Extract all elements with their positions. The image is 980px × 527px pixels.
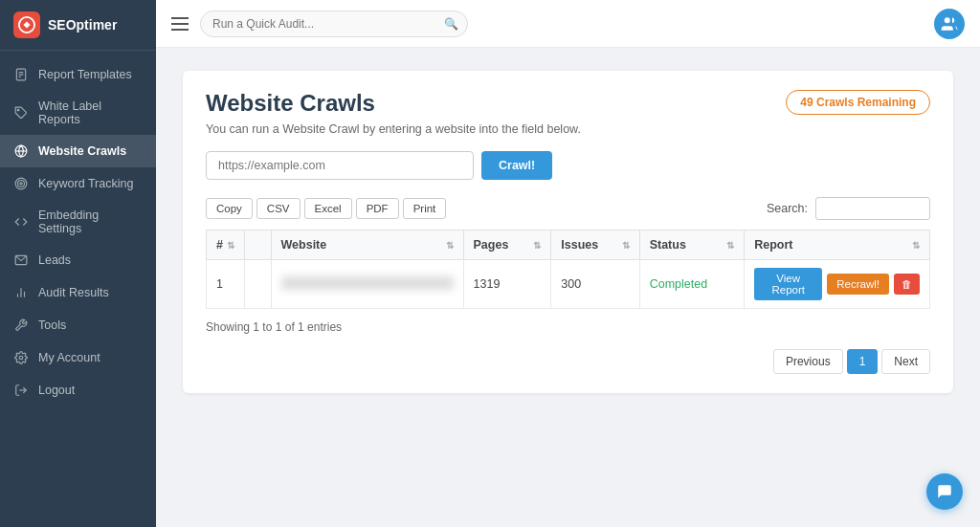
view-report-button[interactable]: View Report [754, 268, 822, 300]
sidebar-logo: SEOptimer [13, 11, 117, 38]
sidebar-item-logout[interactable]: Logout [0, 374, 156, 406]
sidebar-item-label: Embedding Settings [38, 209, 143, 235]
main-content: Website Crawls 49 Crawls Remaining You c… [156, 48, 980, 527]
sort-icon: ⇅ [533, 240, 541, 251]
sidebar-navigation: Report Templates White Label Reports Web… [0, 51, 156, 527]
search-input[interactable] [200, 11, 468, 37]
status-badge: Completed [650, 277, 707, 291]
crawls-remaining-badge: 49 Crawls Remaining [786, 90, 930, 115]
sort-icon: ⇅ [227, 240, 234, 251]
th-status: Status ⇅ [639, 231, 745, 260]
crawl-url-input[interactable] [206, 151, 474, 180]
csv-button[interactable]: CSV [256, 198, 301, 219]
pdf-button[interactable]: PDF [356, 198, 399, 219]
previous-page-button[interactable]: Previous [773, 349, 843, 374]
cell-pages: 1319 [463, 260, 551, 309]
page-title: Website Crawls [206, 90, 375, 117]
embed-icon [13, 214, 29, 230]
crawl-button[interactable]: Crawl! [481, 151, 552, 180]
th-report: Report ⇅ [745, 231, 930, 260]
svg-point-15 [19, 356, 23, 360]
sidebar-item-label: My Account [38, 351, 100, 364]
hamburger-menu[interactable] [171, 17, 189, 31]
th-number: # ⇅ [207, 231, 245, 260]
table-row: 1 1319 300 Completed View Report [207, 260, 930, 309]
copy-button[interactable]: Copy [206, 198, 253, 219]
sidebar-item-leads[interactable]: Leads [0, 244, 156, 276]
delete-button[interactable]: 🗑 [894, 274, 920, 295]
mail-icon [13, 253, 29, 268]
sidebar-item-keyword-tracking[interactable]: Keyword Tracking [0, 167, 156, 200]
cell-status: Completed [639, 260, 745, 309]
page-header: Website Crawls 49 Crawls Remaining [206, 90, 930, 117]
logo-text: SEOptimer [48, 17, 117, 33]
cell-sort [244, 260, 271, 309]
sort-icon: ⇅ [912, 240, 920, 251]
sort-icon: ⇅ [446, 240, 454, 251]
table-toolbar: Copy CSV Excel PDF Print Search: [206, 197, 930, 220]
sidebar-item-website-crawls[interactable]: Website Crawls [0, 135, 156, 167]
main-wrapper: 🔍 Website Crawls 49 Crawls Remaining You… [156, 0, 980, 527]
cell-report: View Report Recrawl! 🗑 [745, 260, 930, 309]
crawl-form: Crawl! [206, 151, 930, 180]
sidebar-item-audit-results[interactable]: Audit Results [0, 276, 156, 309]
sidebar-item-label: Website Crawls [38, 144, 126, 158]
user-avatar[interactable] [934, 9, 965, 39]
svg-point-10 [20, 183, 22, 185]
print-button[interactable]: Print [403, 198, 447, 219]
table-header: # ⇅ Website ⇅ Pages ⇅ Issues ⇅ [207, 231, 930, 260]
th-pages: Pages ⇅ [463, 231, 551, 260]
page-subtitle: You can run a Website Crawl by entering … [206, 122, 930, 136]
sidebar-item-my-account[interactable]: My Account [0, 341, 156, 374]
sidebar-item-label: Report Templates [38, 68, 132, 81]
page-1-button[interactable]: 1 [847, 349, 879, 374]
file-icon [13, 67, 29, 82]
logo-icon [13, 11, 40, 38]
th-sort [244, 231, 271, 260]
sidebar-item-tools[interactable]: Tools [0, 309, 156, 341]
globe-icon [13, 143, 29, 159]
sidebar-item-label: Keyword Tracking [38, 177, 133, 190]
svg-point-5 [17, 109, 19, 111]
svg-point-17 [945, 17, 950, 23]
logout-icon [13, 383, 29, 398]
sidebar: SEOptimer Report Templates White Label R… [0, 0, 156, 527]
topbar: 🔍 [156, 0, 980, 48]
wrench-icon [13, 318, 29, 333]
table-search-row: Search: [767, 197, 930, 220]
sidebar-item-label: White Label Reports [38, 99, 143, 126]
website-url [281, 276, 454, 290]
quick-audit-search: 🔍 [200, 11, 468, 37]
sidebar-item-embedding-settings[interactable]: Embedding Settings [0, 200, 156, 244]
gear-icon [13, 350, 29, 365]
table-export-buttons: Copy CSV Excel PDF Print [206, 198, 446, 219]
search-label: Search: [767, 202, 808, 215]
sidebar-item-label: Logout [38, 384, 75, 397]
sort-icon: ⇅ [622, 240, 630, 251]
cell-website [271, 260, 463, 309]
search-icon: 🔍 [444, 17, 458, 31]
table-body: 1 1319 300 Completed View Report [207, 260, 930, 309]
sidebar-item-label: Tools [38, 318, 66, 332]
chart-icon [13, 285, 29, 300]
th-issues: Issues ⇅ [551, 231, 639, 260]
pagination: Previous 1 Next [206, 349, 930, 374]
sidebar-item-report-templates[interactable]: Report Templates [0, 58, 156, 91]
action-buttons: View Report Recrawl! 🗑 [754, 268, 920, 300]
sort-icon: ⇅ [726, 240, 734, 251]
cell-issues: 300 [551, 260, 639, 309]
table-search-input[interactable] [815, 197, 930, 220]
cell-number: 1 [207, 260, 245, 309]
svg-point-9 [18, 181, 25, 187]
sidebar-item-label: Audit Results [38, 286, 109, 299]
showing-entries-text: Showing 1 to 1 of 1 entries [206, 320, 930, 334]
recrawl-button[interactable]: Recrawl! [827, 274, 889, 295]
sidebar-item-white-label-reports[interactable]: White Label Reports [0, 91, 156, 135]
sidebar-item-label: Leads [38, 253, 71, 267]
crawls-table: # ⇅ Website ⇅ Pages ⇅ Issues ⇅ [206, 230, 930, 309]
next-page-button[interactable]: Next [881, 349, 930, 374]
sidebar-header: SEOptimer [0, 0, 156, 51]
chat-widget[interactable] [926, 473, 963, 510]
excel-button[interactable]: Excel [304, 198, 352, 219]
target-icon [13, 176, 29, 191]
